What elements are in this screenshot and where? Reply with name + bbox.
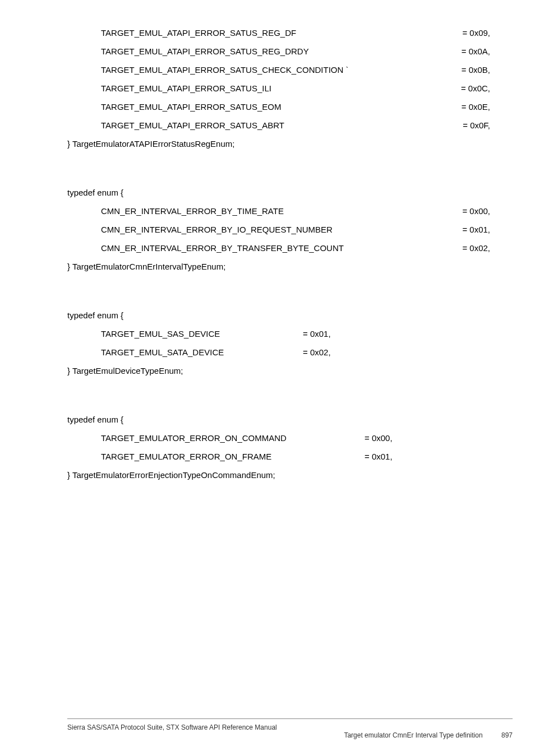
enum-item-value: = 0x0A,	[439, 47, 490, 56]
typedef-open: typedef enum {	[67, 310, 490, 320]
enum-item-name: TARGET_EMULATOR_ERROR_ON_COMMAND	[101, 433, 342, 443]
enum-item-value: = 0x00,	[440, 206, 490, 216]
enum-item-name: CMN_ER_INTERVAL_ERROR_BY_TIME_RATE	[101, 206, 284, 216]
enum-closing: } TargetEmulDeviceTypeEnum;	[67, 366, 490, 375]
enum-item-name: TARGET_EMUL_ATAPI_ERROR_SATUS_ILI	[101, 84, 271, 93]
enum-item-value: = 0x0F,	[440, 120, 490, 130]
enum-closing: } TargetEmulatorErrorEnjectionTypeOnComm…	[67, 470, 490, 480]
enum-closing: } TargetEmulatorATAPIErrorStatusRegEnum;	[67, 139, 490, 149]
enum-item-value: = 0x01,	[440, 225, 490, 234]
enum-item-value: = 0x02,	[440, 243, 490, 253]
enum-item-value: = 0x00,	[342, 433, 393, 443]
enum-item-name: TARGET_EMUL_ATAPI_ERROR_SATUS_REG_DRDY	[101, 47, 309, 56]
enum-closing: } TargetEmulatorCmnErIntervalTypeEnum;	[67, 262, 490, 271]
enum-item-name: TARGET_EMUL_SAS_DEVICE	[101, 329, 280, 338]
enum-item-value: = 0x01,	[342, 452, 393, 461]
footer-section-title: Target emulator CmnEr Interval Type defi…	[344, 731, 482, 739]
enum-item-value: = 0x09,	[440, 28, 490, 38]
enum-item-name: TARGET_EMUL_ATAPI_ERROR_SATUS_CHECK_COND…	[101, 65, 348, 75]
typedef-open: typedef enum {	[67, 415, 490, 424]
footer-page-number: 897	[501, 731, 513, 739]
typedef-open: typedef enum {	[67, 188, 490, 197]
enum-item-value: = 0x0C,	[439, 84, 490, 93]
enum-item-name: TARGET_EMULATOR_ERROR_ON_FRAME	[101, 452, 342, 461]
page-footer: Sierra SAS/SATA Protocol Suite, STX Soft…	[0, 718, 535, 739]
footer-rule	[67, 718, 513, 719]
enum-item-name: CMN_ER_INTERVAL_ERROR_BY_IO_REQUEST_NUMB…	[101, 225, 333, 234]
enum-item-name: TARGET_EMUL_ATAPI_ERROR_SATUS_EOM	[101, 102, 281, 112]
enum-item-value: = 0x0B,	[439, 65, 490, 75]
enum-item-name: TARGET_EMUL_ATAPI_ERROR_SATUS_REG_DF	[101, 28, 296, 38]
enum-item-value: = 0x01,	[280, 329, 331, 338]
enum-item-value: = 0x0E,	[439, 102, 490, 112]
enum-item-name: TARGET_EMUL_ATAPI_ERROR_SATUS_ABRT	[101, 120, 284, 130]
enum-item-value: = 0x02,	[280, 347, 331, 357]
enum-item-name: TARGET_EMUL_SATA_DEVICE	[101, 347, 280, 357]
footer-doc-title: Sierra SAS/SATA Protocol Suite, STX Soft…	[67, 723, 513, 731]
enum-item-name: CMN_ER_INTERVAL_ERROR_BY_TRANSFER_BYTE_C…	[101, 243, 344, 253]
